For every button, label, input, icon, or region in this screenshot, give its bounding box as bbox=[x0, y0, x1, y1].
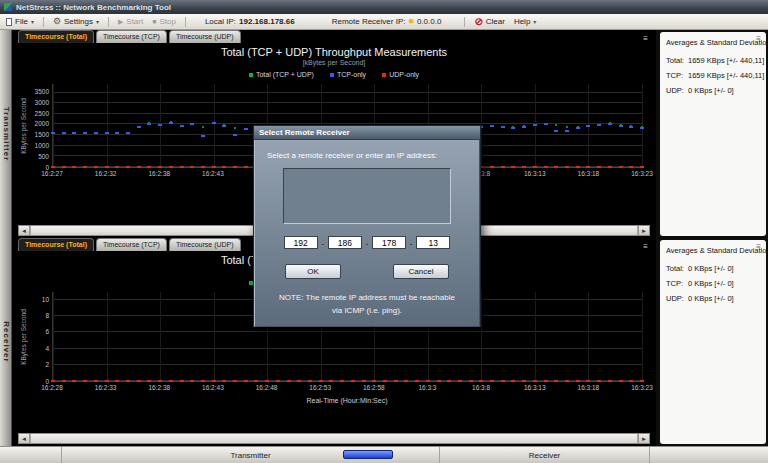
data-point bbox=[137, 126, 141, 128]
play-icon: ▶ bbox=[118, 18, 123, 26]
ip-octet-3-input[interactable] bbox=[372, 236, 406, 249]
collapse-panel-icon[interactable]: ≡ bbox=[756, 35, 761, 43]
x-tick-label: 16:3:8 bbox=[472, 385, 490, 392]
data-point bbox=[190, 123, 194, 125]
toolbar: File ▾ ⚙ Settings ▾ ▶ Start ■ Stop Local… bbox=[0, 14, 768, 30]
gridline bbox=[160, 292, 161, 381]
tab-timecourse-total[interactable]: Timecourse (Total) bbox=[18, 30, 94, 43]
tab-timecourse-udp[interactable]: Timecourse (UDP) bbox=[169, 238, 241, 251]
chart-menu-icon[interactable]: ≡ bbox=[643, 35, 650, 43]
clear-icon: ⊘ bbox=[474, 17, 482, 27]
remote-ip-label: Remote Receiver IP: bbox=[332, 17, 406, 26]
y-tick-label: 500 bbox=[38, 154, 49, 161]
tab-timecourse-tcp[interactable]: Timecourse (TCP) bbox=[96, 30, 167, 43]
stop-button[interactable]: ■ Stop bbox=[152, 17, 176, 26]
y-tick-label: 3000 bbox=[35, 100, 49, 107]
scrollbar-thumb[interactable] bbox=[30, 434, 638, 443]
data-point bbox=[619, 166, 623, 168]
y-axis-title: KBytes per Second bbox=[18, 292, 28, 382]
ip-octet-4-input[interactable] bbox=[416, 236, 450, 249]
help-menu[interactable]: Help ▾ bbox=[514, 17, 536, 26]
x-tick-label: 16:3:13 bbox=[524, 385, 546, 392]
data-point bbox=[62, 380, 66, 382]
x-tick-label: 16:3:3 bbox=[418, 385, 436, 392]
gridline bbox=[107, 292, 108, 381]
horizontal-scrollbar[interactable]: ◄ ► bbox=[18, 433, 650, 444]
data-point bbox=[212, 380, 216, 382]
data-point bbox=[565, 130, 569, 132]
y-tick-label: 3500 bbox=[35, 89, 49, 96]
tab-timecourse-udp[interactable]: Timecourse (UDP) bbox=[169, 30, 241, 43]
stats-row-total: Total:1659 KBps [+/- 440,11] bbox=[666, 56, 760, 65]
data-point bbox=[426, 380, 430, 382]
data-point bbox=[586, 166, 590, 168]
data-point bbox=[180, 166, 184, 168]
data-point bbox=[394, 380, 398, 382]
remote-receiver-listbox[interactable] bbox=[283, 168, 451, 224]
data-point bbox=[105, 132, 109, 134]
title-bar: NetStress :: Network Benchmarking Tool bbox=[0, 0, 768, 14]
data-point bbox=[244, 128, 248, 130]
file-menu[interactable]: File ▾ bbox=[6, 17, 34, 26]
x-tick-label: 16:3:18 bbox=[578, 171, 600, 178]
data-point bbox=[126, 166, 130, 168]
cancel-button[interactable]: Cancel bbox=[393, 264, 449, 279]
data-point bbox=[244, 166, 248, 168]
data-point bbox=[511, 380, 515, 382]
collapse-panel-icon[interactable]: ≡ bbox=[756, 243, 761, 251]
tab-timecourse-tcp[interactable]: Timecourse (TCP) bbox=[96, 238, 167, 251]
file-icon bbox=[6, 18, 12, 26]
data-point bbox=[233, 380, 237, 382]
data-point bbox=[565, 166, 569, 168]
settings-menu[interactable]: ⚙ Settings ▾ bbox=[53, 17, 99, 26]
data-point bbox=[576, 166, 580, 168]
x-tick-label: 16:2:27 bbox=[41, 171, 63, 178]
data-point bbox=[222, 380, 226, 382]
dialog-title-bar[interactable]: Select Remote Receiver bbox=[254, 126, 480, 140]
data-point bbox=[201, 166, 205, 168]
data-point bbox=[490, 166, 494, 168]
data-point bbox=[501, 166, 505, 168]
stats-row-tcp: TCP:1659 KBps [+/- 440,11] bbox=[666, 71, 760, 80]
chart-menu-icon[interactable]: ≡ bbox=[643, 243, 650, 251]
tab-timecourse-total[interactable]: Timecourse (Total) bbox=[18, 238, 94, 251]
dialog-note: NOTE: The remote IP address must be reac… bbox=[267, 292, 467, 318]
data-point bbox=[566, 126, 568, 128]
x-tick-label: 16:2:28 bbox=[41, 385, 63, 392]
data-point bbox=[94, 380, 98, 382]
status-bar: Transmitter Receiver bbox=[0, 446, 768, 463]
gridline bbox=[535, 292, 536, 381]
scroll-left-icon[interactable]: ◄ bbox=[19, 226, 30, 235]
start-button[interactable]: ▶ Start bbox=[118, 17, 143, 26]
data-point bbox=[619, 125, 623, 127]
data-point bbox=[501, 126, 505, 128]
x-axis-ticks: 16:2:2816:2:3316:2:3816:2:4316:2:4816:2:… bbox=[52, 385, 642, 394]
y-tick-label: 10 bbox=[42, 297, 49, 304]
data-point bbox=[158, 124, 162, 126]
statusbar-pane-transmitter: Transmitter bbox=[62, 447, 440, 463]
data-point bbox=[544, 123, 548, 125]
transmitter-progress-bar bbox=[343, 450, 393, 459]
data-point bbox=[115, 132, 119, 134]
ip-octet-2-input[interactable] bbox=[328, 236, 362, 249]
data-point bbox=[212, 122, 216, 124]
scroll-left-icon[interactable]: ◄ bbox=[19, 434, 30, 443]
data-point bbox=[351, 380, 355, 382]
scroll-right-icon[interactable]: ► bbox=[638, 434, 649, 443]
scroll-right-icon[interactable]: ► bbox=[638, 226, 649, 235]
data-point bbox=[126, 380, 130, 382]
data-point bbox=[640, 380, 644, 382]
data-point bbox=[554, 380, 558, 382]
legend-item: TCP-only bbox=[330, 71, 366, 78]
data-point bbox=[554, 130, 558, 132]
ip-octet-1-input[interactable] bbox=[284, 236, 318, 249]
data-point bbox=[437, 380, 441, 382]
data-point bbox=[51, 166, 55, 168]
transmitter-strip-label: Transmitter bbox=[1, 107, 10, 162]
clear-button[interactable]: ⊘ Clear bbox=[474, 17, 505, 27]
data-point bbox=[490, 125, 494, 127]
receiver-stats-panel: ≡ Averages & Standard Deviation Total:0 … bbox=[660, 240, 766, 444]
ok-button[interactable]: OK bbox=[285, 264, 341, 279]
data-point bbox=[190, 166, 194, 168]
gridline bbox=[53, 84, 54, 167]
